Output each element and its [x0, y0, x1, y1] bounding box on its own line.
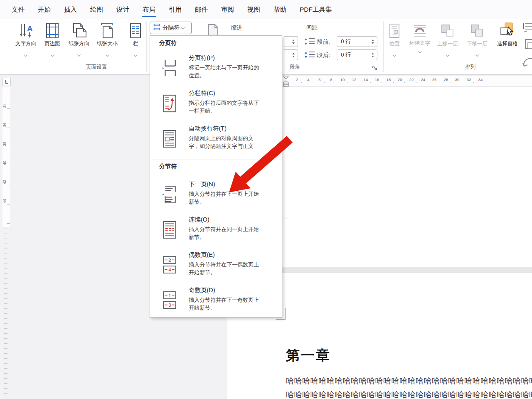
- paper-size-icon: [94, 22, 120, 39]
- ruler-number: 44: [2, 197, 10, 205]
- indent-right-field-stub[interactable]: [284, 49, 298, 60]
- spin-up-icon[interactable]: [292, 39, 295, 41]
- spin-up-icon[interactable]: [292, 53, 295, 54]
- menu-tab-references[interactable]: 引用: [162, 0, 188, 19]
- ruler-number: 38: [2, 140, 10, 148]
- send-backward-button[interactable]: 下移一层: [464, 22, 490, 54]
- ruler-ticks: [4, 229, 7, 397]
- paragraph-dialog-launcher-icon[interactable]: [372, 65, 378, 71]
- menu-item-odd-page[interactable]: 1 3 奇数页(D) 插入分节符并在下一奇数页上开始新节。: [150, 285, 282, 319]
- indent-markers[interactable]: [282, 76, 291, 89]
- vertical-ruler[interactable]: 34 36 38 40 42 44: [2, 87, 10, 227]
- space-after-field[interactable]: 0 行: [337, 49, 377, 60]
- breaks-button[interactable]: 分隔符: [150, 22, 192, 34]
- spin-up-icon[interactable]: [372, 39, 374, 41]
- space-before-icon: [303, 37, 315, 48]
- position-button[interactable]: 位置: [383, 22, 406, 54]
- spin-down-icon[interactable]: [292, 56, 295, 57]
- menu-tab-home[interactable]: 开始: [31, 0, 57, 19]
- menu-tab-draw[interactable]: 绘图: [84, 0, 110, 19]
- align-objects-icon[interactable]: [523, 22, 532, 34]
- ruler-number: 32: [465, 77, 473, 82]
- chevron-down-icon: [475, 53, 479, 57]
- page-break-icon: [162, 58, 177, 78]
- menu-tab-insert[interactable]: 插入: [57, 0, 84, 19]
- ruler-number: 20: [396, 77, 404, 82]
- document-heading[interactable]: 第一章: [286, 346, 331, 365]
- menu-item-next-page[interactable]: 下一页(N) 插入分节符并在下一页上开始新节。: [150, 179, 282, 213]
- menu-tab-file[interactable]: 文件: [5, 0, 31, 19]
- ruler-number: 36: [2, 121, 10, 128]
- ruler-number: 24: [419, 77, 427, 82]
- menu-item-column-break[interactable]: 分栏符(C) 指示分栏符后面的文字将从下一栏开始。: [150, 88, 282, 122]
- menu-tab-view[interactable]: 视图: [241, 0, 267, 19]
- menu-tab-review[interactable]: 审阅: [214, 0, 241, 19]
- tab-selector[interactable]: L: [2, 78, 11, 86]
- column-break-icon: [162, 94, 177, 113]
- ruler-ticks: [301, 82, 485, 83]
- menu-item-continuous[interactable]: 连续(O) 插入分节符并在同一页上开始新节。: [150, 214, 282, 248]
- position-icon: [383, 22, 406, 39]
- ruler-number: 16: [373, 77, 381, 82]
- document-body-line[interactable]: 哈哈哈哈哈哈哈哈哈哈哈哈哈哈哈哈哈哈哈哈哈哈哈哈哈哈哈哈哈哈哈哈哈哈哈哈哈哈哈哈…: [286, 389, 532, 399]
- odd-page-break-icon: 1 3: [162, 291, 177, 310]
- group-objects-icon[interactable]: [525, 39, 532, 53]
- ruler-number: 22: [407, 77, 416, 82]
- columns-icon: [123, 22, 148, 39]
- continuous-break-icon: [162, 220, 177, 240]
- spin-down-icon[interactable]: [372, 42, 374, 44]
- selection-pane-button[interactable]: 选择窗格: [495, 22, 520, 47]
- menu-tab-pdf-tools[interactable]: PDF工具集: [293, 0, 339, 19]
- even-page-break-icon: 2 4: [162, 255, 177, 275]
- menu-bar: 文件 开始 插入 绘图 设计 布局 引用 邮件 审阅 视图 帮助 PDF工具集: [0, 0, 532, 19]
- menu-tab-layout[interactable]: 布局: [136, 0, 162, 19]
- ruler-number: 26: [430, 77, 438, 82]
- paragraph-group-label: 段落: [290, 64, 300, 71]
- ruler-number: 42: [2, 178, 10, 186]
- indent-left-field-stub[interactable]: [284, 36, 298, 47]
- svg-text:4: 4: [168, 267, 171, 272]
- chevron-down-icon: [77, 53, 81, 57]
- menu-item-page-break[interactable]: 分页符(P) 标记一页结束与下一页开始的位置。: [150, 52, 282, 86]
- send-backward-icon: [464, 22, 490, 39]
- svg-text:A: A: [27, 24, 33, 33]
- ruler-number: 18: [384, 77, 393, 82]
- margin-corner-mark: [284, 219, 287, 229]
- orientation-icon: [66, 22, 92, 39]
- section-header-section-breaks: 分节符: [159, 163, 177, 170]
- spin-down-icon[interactable]: [292, 42, 295, 44]
- ruler-number: 10: [338, 77, 347, 82]
- ruler-number: 4: [304, 77, 313, 82]
- menu-tab-design[interactable]: 设计: [110, 0, 136, 19]
- chevron-down-icon: [51, 53, 54, 57]
- ruler-number: 12: [350, 77, 358, 82]
- wrap-text-button[interactable]: 环绕文字: [409, 22, 431, 50]
- rotate-objects-icon[interactable]: [522, 54, 532, 70]
- menu-tab-mailings[interactable]: 邮件: [188, 0, 214, 19]
- ruler-number: 30: [453, 77, 461, 82]
- chevron-down-icon: [181, 25, 184, 29]
- spin-up-icon[interactable]: [372, 53, 374, 54]
- text-direction-button[interactable]: A 文字方向: [13, 22, 39, 54]
- selection-pane-icon: [495, 22, 520, 39]
- spin-down-icon[interactable]: [372, 56, 374, 57]
- menu-tab-help[interactable]: 帮助: [267, 0, 293, 19]
- menu-item-text-wrapping-break[interactable]: 自动换行符(T) 分隔网页上的对象周围的文字，如分隔题注文字与正文: [150, 123, 282, 157]
- menu-item-even-page[interactable]: 2 4 偶数页(E) 插入分节符并在下一偶数页上开始新节。: [150, 249, 282, 283]
- margins-icon: [39, 22, 65, 39]
- space-before-field[interactable]: 0 行: [337, 36, 377, 47]
- document-body-line[interactable]: 哈哈哈哈哈哈哈哈哈哈哈哈哈哈哈哈哈哈哈哈哈哈哈哈哈哈哈哈哈哈哈哈哈哈哈哈哈哈哈哈…: [286, 375, 532, 387]
- spacing-label: 间距: [306, 24, 318, 32]
- margins-button[interactable]: 页边距: [39, 22, 65, 54]
- chevron-down-icon: [418, 50, 421, 53]
- breaks-dropdown-menu: 分页符 分页符(P) 标记一页结束与下一页开始的位置。 分栏: [150, 35, 282, 318]
- chevron-down-icon: [24, 53, 27, 57]
- orientation-button[interactable]: 纸张方向: [66, 22, 92, 54]
- breaks-icon: [153, 23, 160, 32]
- columns-button[interactable]: 栏: [123, 22, 148, 54]
- paper-size-button[interactable]: 纸张大小: [94, 22, 120, 54]
- bring-forward-button[interactable]: 上移一层: [435, 22, 461, 54]
- page-setup-group-label: 页面设置: [86, 64, 107, 71]
- ruler-number: 34: [476, 77, 485, 82]
- indent-label: 缩进: [231, 24, 242, 32]
